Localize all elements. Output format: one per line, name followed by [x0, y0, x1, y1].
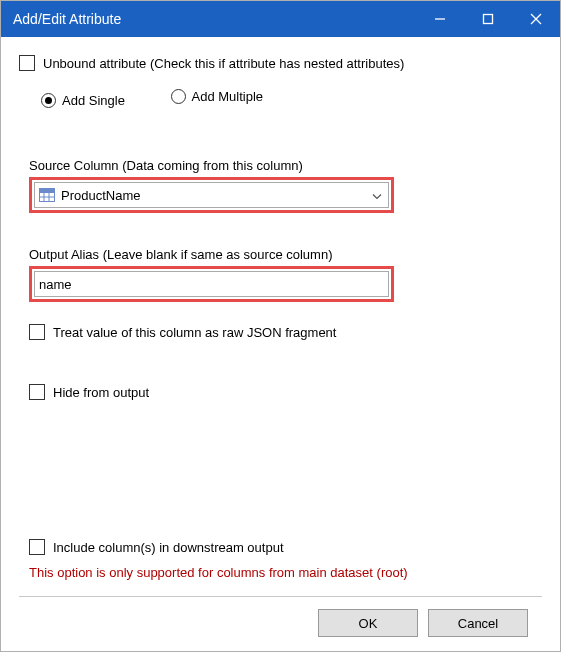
raw-json-label: Treat value of this column as raw JSON f… [53, 325, 336, 340]
source-column-value: ProductName [61, 188, 140, 203]
radio-icon [171, 89, 186, 104]
chevron-down-icon [372, 188, 382, 203]
minimize-icon [434, 13, 446, 25]
add-single-label: Add Single [62, 93, 125, 108]
output-alias-input[interactable] [34, 271, 389, 297]
include-downstream-label: Include column(s) in downstream output [53, 540, 284, 555]
source-column-dropdown[interactable]: ProductName [34, 182, 389, 208]
unbound-checkbox[interactable] [19, 55, 35, 71]
radio-icon [41, 93, 56, 108]
add-multiple-radio[interactable]: Add Multiple [171, 89, 264, 104]
close-button[interactable] [512, 1, 560, 37]
add-multiple-label: Add Multiple [192, 89, 264, 104]
minimize-button[interactable] [416, 1, 464, 37]
maximize-icon [482, 13, 494, 25]
cancel-button[interactable]: Cancel [428, 609, 528, 637]
add-single-radio[interactable]: Add Single [41, 93, 125, 108]
svg-rect-1 [484, 15, 493, 24]
titlebar: Add/Edit Attribute [1, 1, 560, 37]
table-column-icon [39, 188, 55, 202]
raw-json-checkbox[interactable] [29, 324, 45, 340]
source-column-label: Source Column (Data coming from this col… [29, 158, 542, 173]
dialog-body: Unbound attribute (Check this if attribu… [1, 37, 560, 651]
unbound-row: Unbound attribute (Check this if attribu… [19, 55, 542, 71]
dialog-footer: OK Cancel [19, 597, 542, 651]
mode-radio-group: Add Single Add Multiple [41, 89, 542, 108]
hide-output-checkbox[interactable] [29, 384, 45, 400]
raw-json-row: Treat value of this column as raw JSON f… [29, 324, 532, 340]
hide-output-row: Hide from output [29, 384, 532, 400]
include-downstream-note: This option is only supported for column… [29, 565, 532, 580]
unbound-label: Unbound attribute (Check this if attribu… [43, 56, 404, 71]
output-alias-label: Output Alias (Leave blank if same as sou… [29, 247, 542, 262]
hide-output-label: Hide from output [53, 385, 149, 400]
ok-button[interactable]: OK [318, 609, 418, 637]
include-downstream-checkbox[interactable] [29, 539, 45, 555]
source-column-highlight: ProductName [29, 177, 394, 213]
include-downstream-row: Include column(s) in downstream output [29, 539, 532, 555]
maximize-button[interactable] [464, 1, 512, 37]
close-icon [530, 13, 542, 25]
cancel-label: Cancel [458, 616, 498, 631]
output-alias-highlight [29, 266, 394, 302]
window-title: Add/Edit Attribute [13, 11, 121, 27]
ok-label: OK [359, 616, 378, 631]
svg-rect-5 [40, 189, 55, 193]
